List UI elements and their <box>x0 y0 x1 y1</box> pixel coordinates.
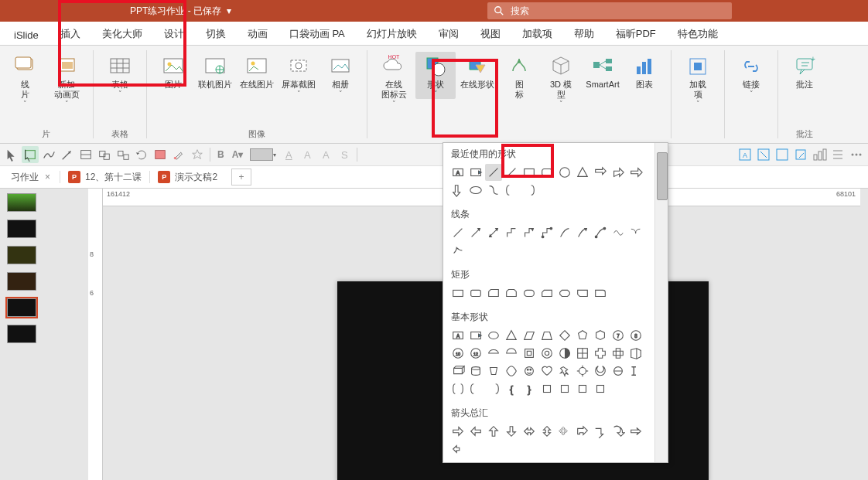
shape-item[interactable] <box>467 284 484 301</box>
shape-item[interactable] <box>503 345 520 362</box>
shape-item[interactable] <box>503 224 520 241</box>
qbtn-rotate[interactable] <box>133 146 150 163</box>
shape-item[interactable] <box>556 345 573 362</box>
tab-特色功能[interactable]: 特色功能 <box>667 22 729 45</box>
shape-item[interactable] <box>485 284 502 301</box>
ribbon-btn-表格[interactable]: 表格˅ <box>100 52 140 99</box>
qbtn-font[interactable]: A▾ <box>229 146 247 163</box>
tab-幻灯片放映[interactable]: 幻灯片放映 <box>356 22 428 45</box>
shape-item[interactable] <box>467 164 484 181</box>
qbtn-star[interactable] <box>189 146 206 163</box>
shape-item[interactable] <box>485 327 502 344</box>
shape-item[interactable] <box>485 423 502 440</box>
shape-item[interactable] <box>556 423 573 440</box>
shape-item[interactable] <box>574 345 591 362</box>
shape-item[interactable] <box>538 423 555 440</box>
shape-item[interactable] <box>521 164 538 181</box>
doc-tab[interactable]: P12、第十二课 <box>60 166 149 188</box>
shape-item[interactable] <box>538 363 555 380</box>
shape-item[interactable] <box>449 224 466 241</box>
shape-item[interactable] <box>610 224 627 241</box>
tab-视图[interactable]: 视图 <box>470 22 511 45</box>
qbtn-text-effect[interactable]: A <box>280 146 297 163</box>
slide-thumb[interactable] <box>7 193 36 212</box>
shape-item[interactable] <box>627 363 644 380</box>
tab-动画[interactable]: 动画 <box>237 22 279 45</box>
qbtn-fill-color[interactable]: ▾ <box>248 146 279 163</box>
shape-item[interactable] <box>467 182 484 199</box>
shape-item[interactable] <box>538 224 555 241</box>
shape-item[interactable]: 8 <box>627 327 644 344</box>
shape-item[interactable]: } <box>521 380 538 397</box>
shape-item[interactable] <box>592 380 609 397</box>
ribbon-btn-新加动画页[interactable]: 新加 动画页˅ <box>46 52 87 109</box>
shape-item[interactable] <box>610 164 627 181</box>
qbtn-right-3[interactable] <box>792 146 809 163</box>
ribbon-btn-线片[interactable]: 线 片˅ <box>5 52 45 109</box>
shape-item[interactable] <box>627 224 644 241</box>
ribbon-btn-在线形状[interactable]: 在线形状 <box>457 52 497 91</box>
shape-item[interactable] <box>592 327 609 344</box>
tab-切换[interactable]: 切换 <box>195 22 237 45</box>
shape-item[interactable] <box>521 423 538 440</box>
qbtn-text-effect[interactable]: S <box>336 146 353 163</box>
shape-item[interactable] <box>574 164 591 181</box>
shape-item[interactable] <box>485 380 502 397</box>
shape-item[interactable] <box>449 242 466 259</box>
shape-item[interactable] <box>485 345 502 362</box>
qbtn-selection-box[interactable] <box>22 146 39 163</box>
shape-item[interactable] <box>449 423 466 440</box>
ribbon-btn-屏幕截图[interactable]: 屏幕截图˅ <box>279 52 319 99</box>
tab-口袋动画 PA[interactable]: 口袋动画 PA <box>279 22 356 45</box>
ribbon-btn-图表[interactable]: 图表 <box>624 52 665 91</box>
qbtn-brush[interactable] <box>170 146 187 163</box>
shape-item[interactable] <box>485 164 502 181</box>
shape-item[interactable] <box>627 164 644 181</box>
shapes-scrollbar[interactable] <box>654 143 668 462</box>
tab-福昕PDF[interactable]: 福昕PDF <box>605 22 667 45</box>
qbtn-text-effect[interactable]: A <box>299 146 316 163</box>
shape-item[interactable] <box>627 423 644 440</box>
qbtn-group[interactable] <box>96 146 113 163</box>
shape-item[interactable] <box>503 284 520 301</box>
shape-item[interactable] <box>485 224 502 241</box>
qbtn-right-1[interactable] <box>755 146 772 163</box>
qbtn-cursor[interactable] <box>3 146 20 163</box>
qbtn-right-6[interactable] <box>848 146 865 163</box>
shape-item[interactable] <box>449 380 466 397</box>
shape-item[interactable]: A <box>449 164 466 181</box>
shape-item[interactable] <box>574 423 591 440</box>
shape-item[interactable] <box>503 164 520 181</box>
shape-item[interactable] <box>556 224 573 241</box>
search-box[interactable]: 搜索 <box>487 2 732 19</box>
tab-帮助[interactable]: 帮助 <box>563 22 605 45</box>
shape-item[interactable]: 7 <box>610 327 627 344</box>
shape-item[interactable] <box>592 363 609 380</box>
shape-item[interactable] <box>574 224 591 241</box>
qbtn-right-2[interactable] <box>774 146 791 163</box>
ribbon-btn-加载项[interactable]: 加载 项˅ <box>678 52 718 109</box>
shape-item[interactable] <box>610 363 627 380</box>
slide-thumb[interactable] <box>7 246 36 264</box>
shape-item[interactable] <box>467 327 484 344</box>
add-tab-button[interactable]: + <box>231 169 251 186</box>
shape-item[interactable] <box>574 363 591 380</box>
shape-item[interactable] <box>592 284 609 301</box>
shape-item[interactable] <box>592 224 609 241</box>
ribbon-btn-批注[interactable]: +批注 <box>784 52 825 91</box>
shape-item[interactable] <box>521 224 538 241</box>
qbtn-align[interactable] <box>77 146 94 163</box>
ribbon-btn-SmartArt[interactable]: SmartArt <box>583 52 623 91</box>
ribbon-btn-联机图片[interactable]: 联机图片 <box>195 52 235 91</box>
doc-tab[interactable]: P演示文稿2 <box>150 166 225 188</box>
ribbon-btn-3D模型[interactable]: 3D 模 型˅ <box>541 52 581 109</box>
ribbon-btn-形状[interactable]: 形状˅ <box>415 52 456 99</box>
ribbon-btn-图标[interactable]: 图 标 <box>499 52 539 101</box>
shape-item[interactable] <box>503 327 520 344</box>
qbtn-text-effect[interactable]: A <box>317 146 334 163</box>
qbtn-right-0[interactable]: A <box>736 146 754 163</box>
shape-item[interactable] <box>467 423 484 440</box>
shape-item[interactable] <box>538 345 555 362</box>
shape-item[interactable] <box>467 380 484 397</box>
shape-item[interactable] <box>556 327 573 344</box>
